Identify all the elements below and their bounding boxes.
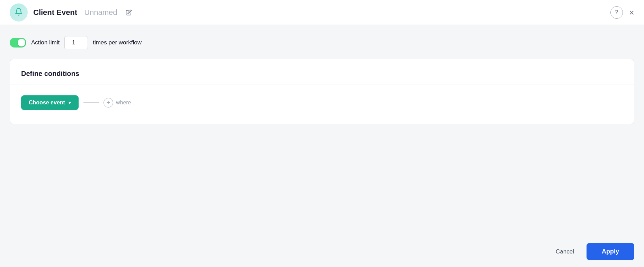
choose-event-label: Choose event xyxy=(29,100,65,106)
cancel-button[interactable]: Cancel xyxy=(549,244,581,259)
page-title: Client Event xyxy=(33,8,77,17)
main-content: Action limit times per workflow Define c… xyxy=(0,25,644,236)
app-icon xyxy=(10,3,28,21)
close-button[interactable]: × xyxy=(629,8,634,17)
action-limit-row: Action limit times per workflow xyxy=(10,33,634,52)
help-button[interactable]: ? xyxy=(610,6,623,19)
close-icon: × xyxy=(629,8,634,17)
header-right: ? × xyxy=(610,6,634,19)
where-label: where xyxy=(116,100,131,106)
conditions-title: Define conditions xyxy=(21,70,623,78)
action-limit-input[interactable] xyxy=(64,36,88,49)
divider xyxy=(10,85,634,85)
question-icon: ? xyxy=(615,9,618,16)
action-limit-toggle[interactable] xyxy=(10,38,26,48)
add-where-button[interactable]: + where xyxy=(104,98,131,107)
bell-icon xyxy=(15,8,23,17)
action-limit-label: Action limit xyxy=(31,39,60,46)
chevron-down-icon: ▾ xyxy=(69,100,71,105)
event-row: Choose event ▾ + where xyxy=(21,92,623,113)
footer: Cancel Apply xyxy=(0,236,644,267)
connector-line xyxy=(83,102,99,103)
header: Client Event Unnamed ? × xyxy=(0,0,644,25)
choose-event-button[interactable]: Choose event ▾ xyxy=(21,95,79,110)
edit-name-button[interactable] xyxy=(123,7,135,18)
page-subtitle: Unnamed xyxy=(84,8,117,17)
plus-circle-icon: + xyxy=(104,98,113,107)
times-per-workflow-label: times per workflow xyxy=(93,39,142,46)
header-left: Client Event Unnamed xyxy=(10,3,135,21)
conditions-card: Define conditions Choose event ▾ + where xyxy=(10,59,634,124)
apply-button[interactable]: Apply xyxy=(587,243,634,260)
